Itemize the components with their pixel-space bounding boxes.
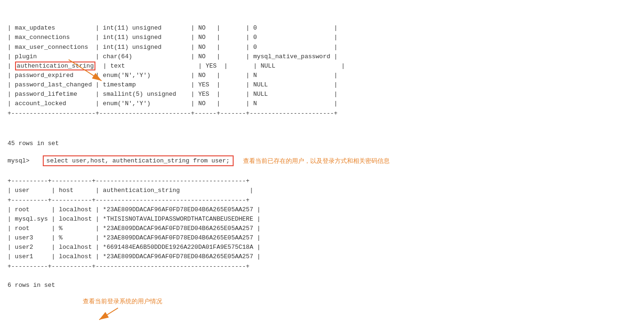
- rows-count-1: 45 rows in set: [8, 130, 636, 148]
- query1-section: mysql> select user,host, authentication_…: [8, 155, 636, 166]
- user-row-user3: | user3 | % | *23AE809DDACAF96AF0FD78ED0…: [8, 234, 260, 241]
- user-table-sep2: +----------+-----------+----------------…: [8, 197, 250, 204]
- table-row-auth-string: | authentication_string | text | YES | |…: [8, 62, 345, 69]
- arrow-svg: [64, 55, 149, 83]
- table-row: | max_user_connections | int(11) unsigne…: [8, 44, 338, 51]
- user-row-root: | root | localhost | *23AE809DDACAF96AF0…: [8, 206, 260, 213]
- table-row: | password_lifetime | smallint(5) unsign…: [8, 91, 338, 98]
- table-row: | password_last_changed | timestamp | YE…: [8, 81, 338, 88]
- user-table-header: | user | host | authentication_string |: [8, 187, 253, 194]
- table-row: | max_updates | int(11) unsigned | NO | …: [8, 24, 338, 31]
- user-row-root2: | root | % | *23AE809DDACAF96AF0FD78ED04…: [8, 225, 260, 232]
- query2-annotation-text: 查看当前登录系统的用户情况: [83, 297, 162, 306]
- query1-box: select user,host, authentication_string …: [43, 155, 234, 166]
- rows-count-2: 6 rows in set: [8, 271, 636, 290]
- table-row-account-locked: | account_locked | enum('N','Y') | NO | …: [8, 100, 338, 107]
- user-table-sep1: +----------+-----------+----------------…: [8, 177, 250, 185]
- user-table-sep3: +----------+-----------+----------------…: [8, 263, 250, 270]
- table-row: | password_expired | enum('N','Y') | NO …: [8, 72, 338, 79]
- table-row: | plugin | char(64) | NO | | mysql_nativ…: [8, 53, 338, 60]
- table-row: | max_connections | int(11) unsigned | N…: [8, 34, 338, 41]
- user-row-user1: | user1 | localhost | *23AE809DDACAF96AF…: [8, 253, 260, 260]
- query2-annotation-section: 查看当前登录系统的用户情况: [8, 297, 636, 322]
- user-table: +----------+-----------+----------------…: [8, 167, 636, 271]
- mysql-prompt-1: mysql>: [8, 157, 33, 164]
- user-row-user2: | user2 | localhost | *6691484EA6B50DDDE…: [8, 244, 260, 251]
- user-row-mysql-sys: | mysql.sys | localhost | *THISISNOTAVAL…: [8, 215, 260, 223]
- query1-annotation: 查看当前已存在的用户，以及登录方式和相关密码信息: [243, 157, 390, 165]
- table-separator: +-----------------------+---------------…: [8, 110, 338, 117]
- arrow2-svg: [94, 306, 123, 322]
- rows-in-set-label-1: 45 rows in set: [8, 140, 59, 147]
- rows-in-set-label-2: 6 rows in set: [8, 282, 55, 289]
